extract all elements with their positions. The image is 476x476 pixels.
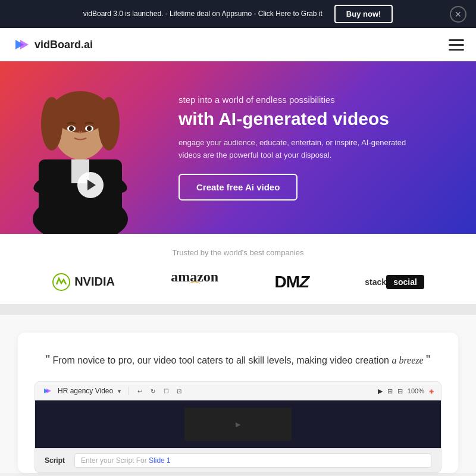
create-video-button[interactable]: Create free Ai video	[178, 174, 298, 201]
svg-marker-1	[20, 40, 29, 49]
svg-point-10	[98, 97, 120, 151]
quote-card: " From novice to pro, our video tool cat…	[18, 333, 458, 473]
undo-icon[interactable]: ↩	[136, 387, 144, 395]
quote-body: From novice to pro, our video tool cater…	[52, 355, 389, 365]
svg-point-14	[87, 126, 92, 131]
banner-close-button[interactable]: ✕	[450, 6, 466, 23]
svg-point-12	[69, 126, 74, 131]
screen1-icon[interactable]: ☐	[162, 387, 170, 395]
app-topbar-right: ▶ ⊞ ⊟ 100% ◈	[378, 387, 434, 395]
hero-woman-image	[0, 61, 161, 234]
app-logo-icon	[42, 386, 53, 396]
script-label: Script	[45, 456, 65, 465]
nvidia-logo: NVIDIA	[52, 273, 115, 292]
hamburger-line-3	[449, 49, 464, 51]
screen2-icon[interactable]: ⊡	[175, 387, 183, 395]
settings-icon[interactable]: ⊟	[397, 387, 403, 395]
dropdown-icon[interactable]: ▾	[118, 388, 121, 394]
banner-text: vidBoard 3.0 is launched. - Lifetime dea…	[83, 9, 322, 19]
app-screenshot: HR agency Video ▾ ↩ ↻ ☐ ⊡ ▶ ⊞ ⊟ 100% ◈	[35, 381, 441, 473]
preview-placeholder: ▶	[236, 421, 240, 428]
stacksocial-logo: stack social	[365, 275, 424, 289]
redo-icon[interactable]: ↻	[149, 387, 157, 395]
trusted-section: Trusted by the world's best companies NV…	[0, 234, 476, 304]
svg-marker-18	[46, 389, 51, 393]
hero-description: engage your audience, educate, entertain…	[178, 137, 416, 162]
hamburger-line-1	[449, 39, 464, 41]
logo-text: vidBoard.ai	[35, 39, 93, 51]
buy-now-button[interactable]: Buy now!	[334, 5, 393, 23]
stack-text: stack	[365, 277, 386, 287]
play-icon[interactable]: ▶	[378, 387, 383, 395]
amazon-arrow: ⌒	[188, 281, 201, 295]
hero-section: step into a world of endless possibiliti…	[0, 61, 476, 234]
hamburger-line-2	[449, 44, 464, 46]
svg-point-9	[41, 97, 62, 151]
hero-content: step into a world of endless possibiliti…	[167, 83, 428, 212]
hero-subtitle: step into a world of endless possibiliti…	[178, 95, 416, 105]
brand-logos-row: NVIDIA amazon ⌒ DMZ stack social	[12, 269, 464, 295]
export-icon[interactable]: ⊞	[387, 387, 393, 395]
dmz-logo: DMZ	[274, 273, 309, 292]
script-input[interactable]: Enter your Script For Slide 1	[74, 453, 431, 468]
more-icon[interactable]: ◈	[429, 387, 434, 395]
hamburger-menu-button[interactable]	[449, 39, 464, 51]
hero-title: with AI-generated videos	[178, 108, 416, 130]
woman-svg	[3, 64, 158, 234]
zoom-level: 100%	[408, 387, 424, 394]
nvidia-text: NVIDIA	[74, 275, 115, 289]
open-quote: "	[46, 353, 50, 366]
app-topbar-left: HR agency Video ▾ ↩ ↻ ☐ ⊡	[42, 386, 183, 396]
navbar: vidBoard.ai	[0, 28, 476, 61]
play-button[interactable]	[77, 172, 104, 198]
app-topbar: HR agency Video ▾ ↩ ↻ ☐ ⊡ ▶ ⊞ ⊟ 100% ◈	[35, 382, 441, 400]
amazon-logo: amazon ⌒	[171, 269, 218, 295]
top-banner: vidBoard 3.0 is launched. - Lifetime dea…	[0, 0, 476, 28]
app-content-area: ▶	[35, 400, 441, 448]
quote-italic: a breeze	[392, 355, 423, 365]
logo-icon	[12, 35, 31, 54]
logo[interactable]: vidBoard.ai	[12, 35, 93, 54]
script-bar: Script Enter your Script For Slide 1	[35, 448, 441, 472]
app-tab-label[interactable]: HR agency Video	[58, 387, 113, 395]
quote-text: " From novice to pro, our video tool cat…	[36, 349, 440, 369]
nvidia-icon	[52, 273, 71, 292]
script-placeholder: Enter your Script For Slide 1	[81, 456, 171, 465]
section-divider	[0, 304, 476, 315]
video-preview: ▶	[184, 408, 292, 441]
quote-section: " From novice to pro, our video tool cat…	[0, 315, 476, 473]
dmz-text: DMZ	[274, 273, 309, 291]
close-quote: "	[426, 353, 430, 366]
social-badge: social	[386, 275, 424, 289]
trusted-label: Trusted by the world's best companies	[12, 248, 464, 257]
